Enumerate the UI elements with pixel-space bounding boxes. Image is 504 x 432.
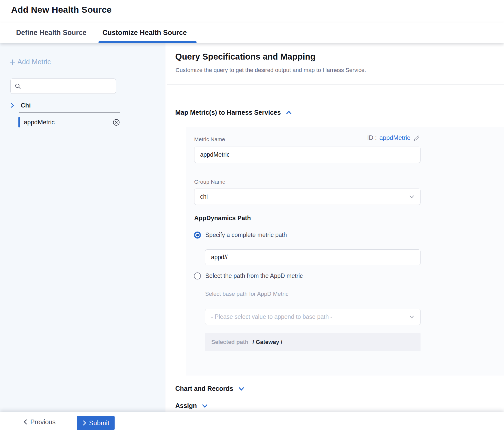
- tab-define-label: Define Health Source: [16, 29, 87, 37]
- chevron-down-icon: [238, 386, 245, 391]
- chevron-left-icon: [23, 419, 28, 425]
- assign-section-header: Assign: [175, 402, 208, 409]
- assign-title: Assign: [175, 402, 197, 409]
- chevron-up-icon: [285, 110, 292, 115]
- panel-divider: [167, 84, 504, 84]
- selected-path-label: Selected path: [211, 339, 248, 345]
- chevron-down-icon: [201, 403, 208, 408]
- collapse-section-button[interactable]: [285, 110, 292, 115]
- metric-group-label: Chi: [21, 102, 31, 109]
- add-metric-button[interactable]: Add Metric: [9, 58, 51, 66]
- base-path-label: Select base path for AppD Metric: [205, 291, 289, 297]
- metric-search: [10, 78, 116, 94]
- delete-metric-button[interactable]: [112, 118, 120, 126]
- active-tab-indicator: [99, 41, 197, 43]
- metric-search-input[interactable]: [24, 79, 113, 93]
- metric-name-label: Metric Name: [194, 136, 225, 142]
- dialog-header: Add New Health Source: [0, 0, 504, 22]
- base-path-placeholder: - Please select value to append to base …: [211, 313, 409, 320]
- pencil-icon: [413, 134, 420, 141]
- expand-assign-button[interactable]: [201, 403, 208, 408]
- expand-chart-records-button[interactable]: [238, 386, 245, 391]
- search-icon: [15, 83, 21, 90]
- chevron-down-icon: [409, 195, 415, 199]
- complete-metric-path-input[interactable]: [205, 249, 421, 265]
- appdynamics-path-label: AppDynamics Path: [194, 214, 251, 222]
- panel-subheading: Customize the query to get the desired o…: [176, 67, 366, 74]
- previous-label: Previous: [30, 418, 55, 426]
- selected-metric-indicator: [18, 117, 20, 127]
- selected-path-row: Selected path / Gateway /: [205, 333, 421, 351]
- chevron-right-icon: [82, 420, 87, 426]
- group-name-value: chi: [200, 193, 409, 200]
- radio-unselected-icon: [194, 272, 201, 279]
- add-health-source-dialog: Add New Health Source Define Health Sour…: [0, 0, 504, 432]
- panel-heading: Query Specifications and Mapping: [175, 52, 316, 62]
- tab-customize-health-source[interactable]: Customize Health Source: [102, 23, 187, 43]
- map-metrics-section-title: Map Metric(s) to Harness Services: [175, 109, 281, 116]
- chevron-down-icon: [409, 315, 415, 319]
- page-title: Add New Health Source: [11, 5, 112, 15]
- radio-complete-path-label: Specify a complete metric path: [205, 232, 287, 239]
- radio-select-path-label: Select the path from the AppD metric: [205, 272, 303, 279]
- tab-bar: Define Health Source Customize Health So…: [0, 23, 504, 43]
- metric-item-appdmetric[interactable]: appdMetric: [18, 117, 120, 127]
- submit-label: Submit: [89, 419, 109, 427]
- base-path-select[interactable]: - Please select value to append to base …: [205, 309, 421, 325]
- chart-records-title: Chart and Records: [175, 385, 233, 392]
- metric-name-input[interactable]: [194, 147, 421, 163]
- tree-divider: [19, 112, 120, 113]
- map-metrics-section-header: Map Metric(s) to Harness Services: [175, 109, 292, 116]
- chevron-right-icon: [10, 103, 15, 108]
- previous-button[interactable]: Previous: [23, 412, 55, 432]
- radio-select-path-from-appd[interactable]: Select the path from the AppD metric: [194, 272, 303, 279]
- metrics-sidebar: Add Metric Chi appdMetric: [0, 43, 165, 412]
- tab-define-health-source[interactable]: Define Health Source: [16, 23, 87, 43]
- group-name-select[interactable]: chi: [194, 189, 421, 205]
- submit-button[interactable]: Submit: [77, 416, 115, 430]
- group-name-label: Group Name: [194, 179, 225, 185]
- tab-customize-label: Customize Health Source: [102, 29, 187, 37]
- add-metric-label: Add Metric: [17, 58, 51, 66]
- metric-id-link[interactable]: appdMetric: [379, 134, 410, 141]
- id-label: ID :: [367, 134, 377, 141]
- circled-x-icon: [113, 119, 120, 126]
- edit-id-button[interactable]: [413, 134, 420, 141]
- query-mapping-panel: Query Specifications and Mapping Customi…: [166, 43, 504, 412]
- metric-id-row: ID : appdMetric: [367, 134, 420, 141]
- plus-icon: [9, 58, 16, 66]
- radio-selected-icon: [194, 232, 201, 239]
- chart-records-section-header: Chart and Records: [175, 385, 245, 392]
- metric-group-row[interactable]: Chi: [10, 101, 119, 110]
- selected-path-value: / Gateway /: [253, 339, 282, 345]
- metric-item-label: appdMetric: [24, 119, 112, 126]
- metric-mapping-card: Metric Name ID : appdMetric Group Name c…: [186, 127, 504, 376]
- dialog-footer: Previous Submit: [0, 412, 504, 432]
- radio-complete-metric-path[interactable]: Specify a complete metric path: [194, 232, 287, 239]
